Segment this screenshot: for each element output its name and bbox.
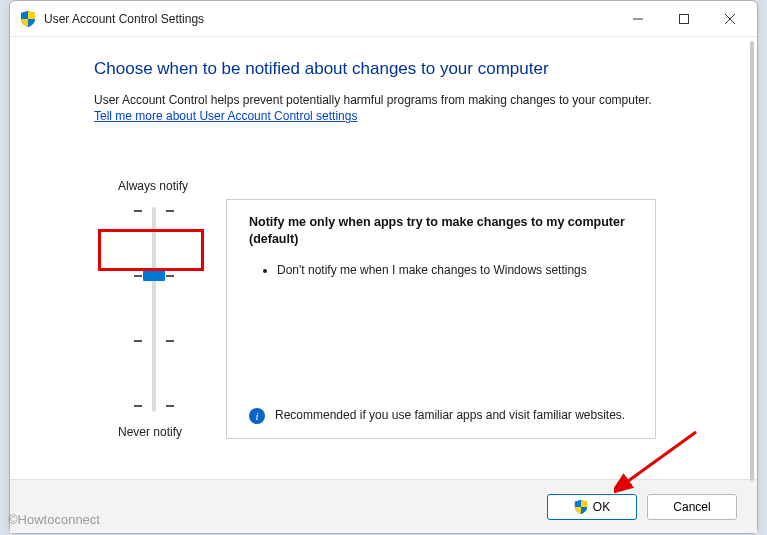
uac-settings-window: User Account Control Settings Choose whe… <box>9 0 758 534</box>
close-button[interactable] <box>707 3 753 35</box>
info-icon: i <box>249 408 265 424</box>
dialog-footer: OK Cancel <box>10 479 757 533</box>
ok-button[interactable]: OK <box>547 494 637 520</box>
svg-rect-1 <box>680 14 689 23</box>
uac-shield-icon <box>574 500 588 514</box>
info-bullet: Don't notify me when I make changes to W… <box>277 262 639 279</box>
ok-label: OK <box>593 500 610 514</box>
notification-slider: Always notify Never notify <box>102 179 222 439</box>
titlebar[interactable]: User Account Control Settings <box>10 1 757 37</box>
uac-shield-icon <box>20 11 36 27</box>
recommendation-text: Recommended if you use familiar apps and… <box>275 408 625 424</box>
slider-bottom-label: Never notify <box>118 425 222 439</box>
info-title: Notify me only when apps try to make cha… <box>249 214 639 248</box>
slider-top-label: Always notify <box>118 179 222 193</box>
help-link[interactable]: Tell me more about User Account Control … <box>94 109 357 123</box>
recommendation: i Recommended if you use familiar apps a… <box>249 408 639 424</box>
scrollbar[interactable] <box>750 41 754 481</box>
cancel-button[interactable]: Cancel <box>647 494 737 520</box>
annotation-highlight <box>98 229 204 271</box>
slider-thumb[interactable] <box>143 270 165 281</box>
page-heading: Choose when to be notified about changes… <box>94 59 701 79</box>
page-description: User Account Control helps prevent poten… <box>94 93 701 107</box>
window-title: User Account Control Settings <box>44 12 204 26</box>
watermark: ©Howtoconnect <box>8 512 100 527</box>
maximize-button[interactable] <box>661 3 707 35</box>
info-panel: Notify me only when apps try to make cha… <box>226 199 656 439</box>
cancel-label: Cancel <box>673 500 710 514</box>
minimize-button[interactable] <box>615 3 661 35</box>
